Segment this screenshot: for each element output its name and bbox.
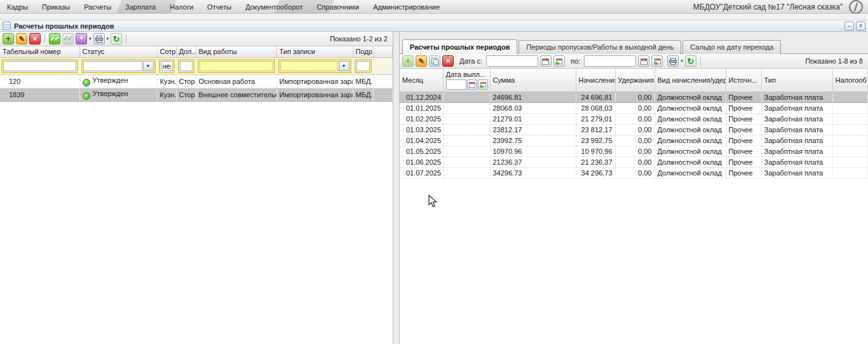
print-button[interactable] [667, 55, 679, 67]
table-row[interactable]: 01.01.2025 28068.03 28 068,03 0,00 Должн… [400, 102, 868, 113]
table-row[interactable]: 01.06.2025 21236.37 21 236,37 0,00 Должн… [400, 156, 868, 167]
calendar-icon [469, 81, 475, 88]
right-toolbar: + ✎ × Дата с: [400, 54, 868, 69]
panel-splitter[interactable] [394, 32, 399, 344]
filter-employee-input[interactable] [161, 61, 173, 71]
column-header[interactable]: Налогооб [832, 69, 868, 92]
date-to-calendar-button[interactable] [638, 55, 649, 67]
print-dropdown-icon[interactable]: ▾ [107, 36, 109, 41]
menu-item[interactable]: Отчеты [200, 1, 238, 13]
date-from-label: Дата с: [459, 57, 482, 65]
column-header[interactable]: Месяц [400, 69, 443, 92]
tab-absence-periods[interactable]: Периоды пропусков/Работы в выходной день [519, 40, 681, 54]
copy-button[interactable] [429, 55, 440, 67]
column-header[interactable]: Тип [761, 69, 832, 92]
minimize-button[interactable]: – [844, 22, 854, 31]
refresh-button[interactable]: ↻ [685, 55, 696, 67]
calendar-clear-icon [555, 58, 562, 65]
column-header[interactable]: Дата выпл... [443, 69, 490, 92]
table-row[interactable]: 120 ✓Утвержден Кузн... Стор... Основная … [0, 74, 393, 88]
filter-record-type-input[interactable] [280, 61, 338, 71]
right-tabstrip: Расчеты прошлых периодов Периоды пропуск… [400, 32, 868, 54]
filter-record-type-dropdown-icon[interactable]: ▾ [339, 61, 349, 71]
calculations-header-row: Месяц Дата выпл... [400, 69, 868, 92]
delete-button[interactable]: × [29, 33, 41, 45]
menu-item[interactable]: Расчеты [77, 1, 118, 13]
menu-gap-strip [0, 15, 868, 20]
column-header[interactable]: Начисления [576, 69, 615, 92]
right-shown-count: Показано 1-8 из 8 [805, 57, 865, 65]
table-row[interactable]: 01.12.2024 24696.81 24 696,81 0,00 Должн… [400, 92, 868, 102]
menu-item[interactable]: Зарплата [118, 1, 163, 13]
date-from-clear-button[interactable] [553, 55, 565, 67]
menu-item[interactable]: Приказы [35, 1, 77, 13]
print-dropdown-icon[interactable]: ▾ [681, 58, 683, 64]
toolbar-separator [44, 34, 45, 43]
table-row[interactable]: 01.07.2025 34296.73 34 296,73 0,00 Должн… [400, 167, 868, 178]
date-from-calendar-button[interactable] [540, 55, 552, 67]
column-header[interactable]: Дол... [176, 46, 196, 57]
menu-item[interactable]: Справочники [310, 1, 367, 13]
approved-status-icon: ✓ [83, 79, 90, 86]
left-panel: + ✎ × ✓✓ ✓✓ * ▾ ▾ ↻ Показано 1-2 из 2 [0, 32, 393, 344]
approved-status-icon: ✓ [83, 92, 90, 100]
add-button[interactable]: + [3, 33, 14, 45]
delete-button[interactable]: × [442, 55, 454, 67]
print-button[interactable] [93, 33, 105, 45]
filter-status-dropdown-icon[interactable]: ▾ [143, 61, 154, 71]
actions-dropdown-icon[interactable]: ▾ [89, 36, 92, 41]
menu-item[interactable]: Кадры [0, 1, 35, 13]
tab-past-period-calculations[interactable]: Расчеты прошлых периодов [402, 39, 517, 54]
date-to-input[interactable] [584, 55, 636, 67]
table-row[interactable]: 01.04.2025 23992.75 23 992,75 0,00 Должн… [400, 135, 868, 146]
menu-item[interactable]: Налоги [163, 1, 200, 13]
menu-item[interactable]: Документооборот [238, 1, 309, 13]
column-header[interactable]: Тип записи [276, 46, 353, 57]
pay-date-calendar-button[interactable] [467, 79, 477, 90]
filter-status-input[interactable] [83, 61, 142, 71]
table-row[interactable]: 01.05.2025 10970.96 10 970,96 0,00 Должн… [400, 146, 868, 156]
top-menu-bar: КадрыПриказыРасчетыЗарплатаНалогиОтчетыД… [0, 0, 868, 14]
tab-transition-balance[interactable]: Сальдо на дату перехода [682, 40, 781, 54]
approve-button[interactable]: ✓✓ [49, 33, 60, 45]
refresh-button[interactable]: ↻ [111, 33, 122, 45]
logout-icon[interactable] [849, 0, 863, 14]
table-row[interactable]: 01.03.2025 23812.17 23 812,17 0,00 Должн… [400, 124, 868, 135]
table-row[interactable]: 01.02.2025 21279.01 21 279,01 0,00 Должн… [400, 113, 868, 124]
column-header[interactable]: Сумма [490, 69, 576, 92]
column-header[interactable]: Вид начисления/удержания [654, 69, 726, 92]
edit-button[interactable]: ✎ [416, 55, 427, 67]
unapprove-button[interactable]: ✓✓ [62, 33, 74, 45]
printer-icon [669, 58, 677, 65]
main-area: + ✎ × ✓✓ ✓✓ * ▾ ▾ ↻ Показано 1-2 из 2 [0, 32, 868, 344]
column-header[interactable]: Сотр... [157, 46, 176, 57]
right-panel: Расчеты прошлых периодов Периоды пропуск… [399, 32, 868, 344]
date-from-input[interactable] [486, 55, 538, 67]
column-header[interactable]: Статус [79, 46, 157, 57]
calculations-grid: Месяц Дата выпл... [400, 69, 868, 179]
window-list-icon [3, 22, 11, 30]
column-header[interactable]: Подр... [353, 46, 373, 57]
employees-header-row: Табельный номер Статус Сотр... Дол... Ви… [0, 46, 393, 57]
column-header[interactable]: Табельный номер [0, 46, 79, 57]
column-header[interactable]: Вид работы [196, 46, 276, 57]
pay-date-clear-button[interactable] [478, 79, 488, 90]
add-button[interactable]: + [402, 55, 414, 67]
filter-work-type-input[interactable] [200, 61, 273, 71]
table-row[interactable]: 1839 ✓Утвержден Кузн... Стор... Внешнее … [0, 88, 393, 101]
actions-button[interactable]: * [76, 33, 87, 45]
date-to-clear-button[interactable] [651, 55, 663, 67]
filter-tab-number-input[interactable] [3, 61, 76, 71]
column-header-filler [373, 46, 393, 57]
column-header[interactable]: Источн... [726, 69, 761, 92]
filter-pay-date-input[interactable] [446, 79, 466, 90]
employees-filter-row: ▾ ▾ [0, 57, 393, 74]
menu-item[interactable]: Администрирование [366, 1, 447, 13]
close-button[interactable]: × [856, 22, 865, 31]
calendar-icon [542, 58, 549, 65]
filter-position-input[interactable] [180, 61, 193, 71]
filter-department-input[interactable] [356, 61, 370, 71]
column-header[interactable]: Удержания [615, 69, 654, 92]
edit-button[interactable]: ✎ [16, 33, 27, 45]
calendar-icon [641, 58, 648, 65]
